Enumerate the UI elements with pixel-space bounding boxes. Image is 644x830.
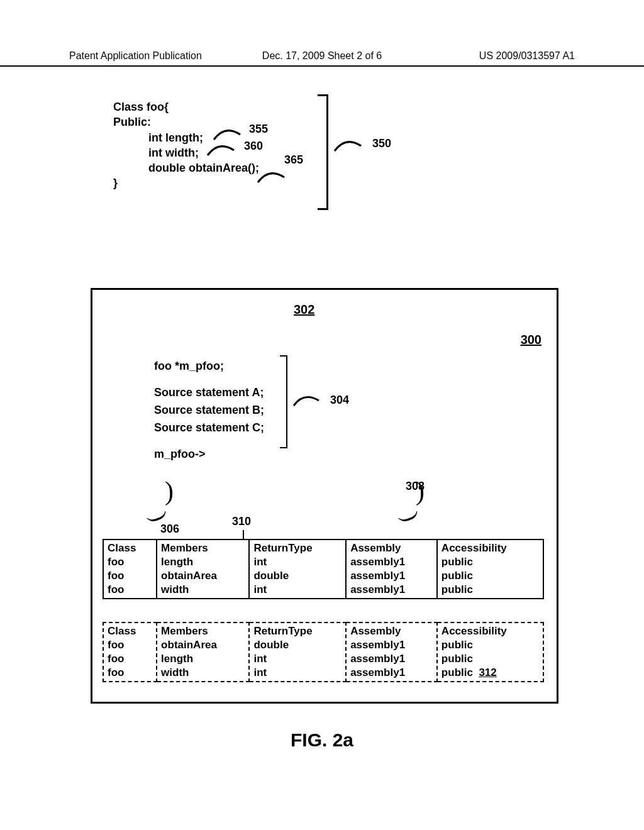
code-line: Source statement C; bbox=[154, 419, 264, 437]
code-line: m_pfoo-> bbox=[154, 446, 264, 463]
t2-cell: Assembly assembly1 assembly1 assembly1 bbox=[346, 622, 437, 682]
t2-cell: Members obtainArea length width bbox=[157, 622, 249, 682]
ref-304: 304 bbox=[330, 394, 349, 407]
code-line: } bbox=[113, 175, 259, 191]
header-mid: Dec. 17, 2009 Sheet 2 of 6 bbox=[262, 50, 382, 62]
t1-cell: ReturnType int double int bbox=[249, 540, 346, 599]
t1-cell: Assembly assembly1 assembly1 assembly1 bbox=[346, 540, 437, 599]
t1-cell: Class foo foo foo bbox=[103, 540, 157, 599]
source-code-block: foo *m_pfoo; Source statement A; Source … bbox=[154, 358, 264, 463]
ref-350: 350 bbox=[372, 137, 391, 150]
members-table-1: Class foo foo foo Members length obtainA… bbox=[103, 539, 544, 599]
t1-cell: Members length obtainArea width bbox=[157, 540, 249, 599]
t1-cell: Accessibility public public public bbox=[437, 540, 543, 599]
figure-caption: FIG. 2a bbox=[0, 729, 644, 751]
paren-308b: ) bbox=[397, 509, 425, 525]
bracket-304 bbox=[280, 355, 287, 448]
members-table-2: Class foo foo foo Members obtainArea len… bbox=[103, 622, 544, 682]
ref-355: 355 bbox=[249, 123, 268, 136]
ref-306: 306 bbox=[160, 523, 179, 536]
ref-308: 308 bbox=[406, 480, 425, 493]
ref-310: 310 bbox=[232, 515, 251, 528]
t2-cell: Class foo foo foo bbox=[103, 622, 157, 682]
tick-310 bbox=[243, 530, 244, 539]
code-line: Source statement A; bbox=[154, 384, 264, 402]
code-line: foo *m_pfoo; bbox=[154, 358, 264, 375]
page-header: Patent Application Publication Dec. 17, … bbox=[0, 50, 644, 67]
leader-360 bbox=[206, 141, 244, 167]
ref-365: 365 bbox=[284, 153, 303, 167]
header-right: US 2009/0313597 A1 bbox=[479, 50, 575, 62]
patent-sheet: Patent Application Publication Dec. 17, … bbox=[0, 0, 644, 830]
header-left: Patent Application Publication bbox=[69, 50, 202, 62]
ref-360: 360 bbox=[244, 140, 263, 153]
editor-panel: 302 300 foo *m_pfoo; Source statement A;… bbox=[91, 288, 558, 704]
bracket-350 bbox=[318, 94, 328, 210]
ref-302: 302 bbox=[294, 302, 314, 317]
ref-312: 312 bbox=[479, 667, 496, 678]
t2-cell: ReturnType double int int bbox=[249, 622, 346, 682]
t2-cell: Accessibility public public public 312 bbox=[437, 622, 543, 682]
code-line: Source statement B; bbox=[154, 402, 264, 419]
leader-350 bbox=[333, 137, 371, 162]
paren-306: ) bbox=[165, 476, 174, 506]
code-line: Class foo{ bbox=[113, 99, 259, 114]
ref-300: 300 bbox=[521, 333, 541, 347]
leader-304 bbox=[292, 393, 327, 416]
leader-365 bbox=[257, 169, 294, 194]
